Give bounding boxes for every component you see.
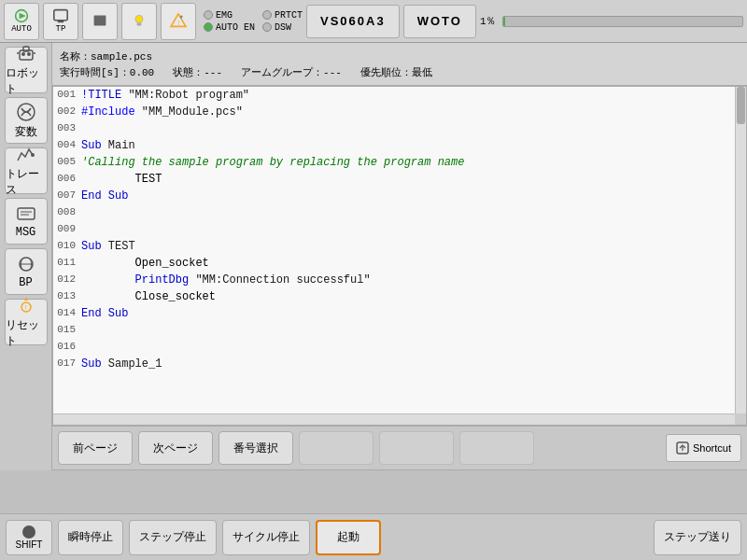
info-row-2: 実行時間[s]：0.00 状態：--- アームグループ：--- 優先順位：最低 — [60, 65, 740, 79]
cycle-stop-button[interactable]: サイクル停止 — [222, 520, 310, 555]
line-content: Sub Main — [81, 139, 735, 152]
svg-rect-4 — [94, 15, 106, 25]
bulb-icon — [130, 13, 148, 28]
table-row: 005'Calling the sample program by replac… — [53, 156, 735, 173]
horizontal-scrollbar[interactable] — [53, 413, 735, 425]
table-row: 017Sub Sample_1 — [53, 357, 735, 374]
shortcut-button[interactable]: Shortcut — [666, 434, 741, 462]
table-row: 013 Close_socket — [53, 290, 735, 307]
svg-point-5 — [135, 15, 143, 22]
bp-icon — [16, 254, 36, 274]
svg-text:!: ! — [23, 304, 27, 312]
line-number: 008 — [53, 206, 81, 217]
table-row: 002#Include "MM_Module.pcs" — [53, 105, 735, 122]
prtct-radio — [262, 10, 272, 20]
next-page-button[interactable]: 次ページ — [138, 431, 213, 465]
sidebar-item-reset[interactable]: ! リセット — [5, 299, 48, 345]
light-button[interactable] — [121, 3, 157, 40]
tool-button[interactable]: ! — [161, 3, 196, 40]
table-row: 003 — [53, 122, 735, 139]
emg-radio — [204, 10, 213, 20]
radio-group-emg: EMG AUTO EN — [204, 10, 255, 33]
auto-label: AUTO — [11, 24, 32, 34]
program-id-button[interactable]: VS060A3 — [306, 5, 400, 38]
line-content: End Sub — [81, 307, 735, 320]
shift-label: SHIFT — [16, 539, 43, 550]
sidebar: ロボット 変数 トレース MSG — [0, 43, 52, 470]
sidebar-item-trace[interactable]: トレース — [5, 147, 48, 194]
prev-page-button[interactable]: 前ページ — [58, 431, 133, 465]
sidebar-item-variable[interactable]: 変数 — [5, 97, 48, 144]
sidebar-robot-label: ロボット — [6, 65, 47, 97]
line-content: PrintDbg "MM:Connection successful" — [81, 273, 735, 287]
table-row: 014End Sub — [53, 307, 735, 324]
sidebar-item-robot[interactable]: ロボット — [5, 47, 48, 93]
svg-marker-22 — [24, 297, 28, 301]
progress-label: 1％ — [480, 14, 497, 28]
table-row: 010Sub TEST — [53, 240, 735, 257]
line-content: 'Calling the sample program by replacing… — [81, 156, 735, 169]
line-number: 003 — [53, 122, 81, 133]
auto-button[interactable]: AUTO — [4, 3, 39, 40]
autoen-label: AUTO EN — [216, 22, 255, 33]
step-send-button[interactable]: ステップ送り — [654, 520, 741, 555]
tp-button[interactable]: TP — [43, 3, 78, 40]
code-content: 001!TITLE "MM:Robot program"002#Include … — [53, 87, 735, 413]
sidebar-trace-label: トレース — [6, 166, 47, 198]
stop-button[interactable] — [82, 3, 118, 40]
shortcut-label: Shortcut — [693, 442, 731, 454]
button-bar-1: 前ページ 次ページ 番号選択 Shortcut — [52, 426, 747, 470]
sidebar-msg-label: MSG — [16, 226, 36, 239]
state-info: 状態：--- — [173, 65, 222, 79]
line-content: Sub TEST — [81, 240, 735, 253]
empty-btn-1 — [299, 431, 374, 465]
line-number: 013 — [53, 290, 81, 301]
prtct-label: PRTCT — [275, 10, 303, 21]
num-select-button[interactable]: 番号選択 — [218, 431, 293, 465]
svg-point-16 — [31, 153, 35, 157]
armgroup-info: アームグループ：--- — [241, 65, 342, 79]
empty-btn-2 — [379, 431, 454, 465]
svg-rect-3 — [58, 21, 63, 22]
code-editor[interactable]: 001!TITLE "MM:Robot program"002#Include … — [52, 86, 747, 426]
line-number: 010 — [53, 240, 81, 251]
vertical-scrollbar[interactable] — [735, 87, 746, 413]
sidebar-item-bp[interactable]: BP — [5, 248, 48, 295]
table-row: 007End Sub — [53, 189, 735, 206]
emg-label: EMG — [216, 10, 233, 21]
shift-button[interactable]: SHIFT — [6, 520, 52, 555]
dsw-radio — [262, 22, 272, 32]
line-number: 006 — [53, 173, 81, 184]
auto-icon — [12, 8, 31, 23]
line-number: 001 — [53, 89, 81, 100]
button-bar-2: SHIFT 瞬時停止 ステップ停止 サイクル停止 起動 ステップ送り — [0, 513, 747, 560]
sidebar-item-msg[interactable]: MSG — [5, 198, 48, 245]
tp-label: TP — [56, 24, 66, 34]
line-number: 007 — [53, 189, 81, 201]
robot-icon — [16, 43, 36, 63]
start-button[interactable]: 起動 — [316, 520, 381, 555]
line-number: 014 — [53, 307, 81, 318]
line-number: 004 — [53, 139, 81, 150]
table-row: 006 TEST — [53, 173, 735, 189]
table-row: 015 — [53, 324, 735, 341]
scrollbar-thumb-v[interactable] — [737, 87, 745, 124]
scrollbar-corner — [735, 413, 746, 425]
svg-point-11 — [21, 52, 25, 56]
shortcut-icon — [676, 441, 689, 455]
info-row-1: 名称：sample.pcs — [60, 49, 740, 63]
line-content: TEST — [81, 173, 735, 186]
pause-button[interactable]: 瞬時停止 — [58, 520, 123, 555]
line-content: Close_socket — [81, 290, 735, 303]
svg-rect-10 — [23, 47, 29, 51]
robot-id-button[interactable]: WOTO — [403, 5, 476, 38]
line-content: !TITLE "MM:Robot program" — [81, 89, 735, 102]
table-row: 012 PrintDbg "MM:Connection successful" — [53, 273, 735, 290]
line-content: #Include "MM_Module.pcs" — [81, 105, 735, 119]
sidebar-bp-label: BP — [19, 276, 32, 289]
msg-icon — [16, 203, 36, 224]
step-stop-button[interactable]: ステップ停止 — [129, 520, 217, 555]
svg-rect-17 — [18, 208, 35, 219]
progress-bar-fill — [503, 17, 506, 26]
table-row: 011 Open_socket — [53, 257, 735, 273]
